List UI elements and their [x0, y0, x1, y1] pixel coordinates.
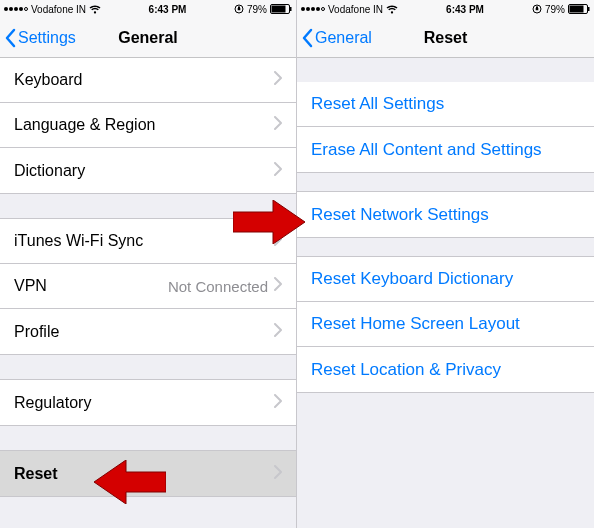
- row-label: Reset Keyboard Dictionary: [311, 269, 580, 289]
- content: Reset All Settings Erase All Content and…: [297, 58, 594, 528]
- back-button[interactable]: General: [297, 28, 372, 48]
- wifi-icon: [386, 5, 398, 14]
- row-label: VPN: [14, 277, 168, 295]
- wifi-icon: [89, 5, 101, 14]
- chevron-right-icon: [274, 277, 282, 295]
- row-dictionary[interactable]: Dictionary: [0, 148, 296, 193]
- signal-dots-icon: [4, 7, 28, 11]
- chevron-right-icon: [274, 323, 282, 341]
- row-regulatory[interactable]: Regulatory: [0, 380, 296, 425]
- svg-rect-6: [569, 6, 583, 13]
- back-button[interactable]: Settings: [0, 28, 76, 48]
- battery-icon: [568, 4, 590, 14]
- annotation-arrow-right-icon: [233, 200, 305, 244]
- time-label: 6:43 PM: [446, 4, 484, 15]
- chevron-right-icon: [274, 465, 282, 483]
- signal-dots-icon: [301, 7, 325, 11]
- back-label: General: [315, 29, 372, 47]
- chevron-left-icon: [4, 28, 16, 48]
- row-erase-all-content[interactable]: Erase All Content and Settings: [297, 127, 594, 172]
- chevron-right-icon: [274, 71, 282, 89]
- row-profile[interactable]: Profile: [0, 309, 296, 354]
- row-reset-all-settings[interactable]: Reset All Settings: [297, 82, 594, 127]
- carrier-label: Vodafone IN: [31, 4, 86, 15]
- content: Keyboard Language & Region Dictionary iT…: [0, 58, 296, 528]
- row-language-region[interactable]: Language & Region: [0, 103, 296, 148]
- nav-bar: Settings General: [0, 18, 296, 58]
- annotation-arrow-left-icon: [94, 460, 166, 504]
- battery-label: 79%: [247, 4, 267, 15]
- orientation-lock-icon: [234, 4, 244, 14]
- row-label: Keyboard: [14, 71, 274, 89]
- row-reset-home-screen[interactable]: Reset Home Screen Layout: [297, 302, 594, 347]
- back-label: Settings: [18, 29, 76, 47]
- chevron-right-icon: [274, 162, 282, 180]
- row-detail: Not Connected: [168, 278, 268, 295]
- row-vpn[interactable]: VPN Not Connected: [0, 264, 296, 309]
- row-label: Reset Network Settings: [311, 205, 580, 225]
- status-bar: Vodafone IN 6:43 PM 79%: [0, 0, 296, 18]
- time-label: 6:43 PM: [149, 4, 187, 15]
- row-reset-keyboard-dictionary[interactable]: Reset Keyboard Dictionary: [297, 257, 594, 302]
- svg-rect-7: [588, 7, 590, 11]
- row-label: Reset All Settings: [311, 94, 580, 114]
- status-bar: Vodafone IN 6:43 PM 79%: [297, 0, 594, 18]
- chevron-right-icon: [274, 394, 282, 412]
- chevron-left-icon: [301, 28, 313, 48]
- row-label: Regulatory: [14, 394, 274, 412]
- row-label: Reset Location & Privacy: [311, 360, 580, 380]
- row-reset-network-settings[interactable]: Reset Network Settings: [297, 192, 594, 237]
- chevron-right-icon: [274, 116, 282, 134]
- battery-icon: [270, 4, 292, 14]
- row-keyboard[interactable]: Keyboard: [0, 58, 296, 103]
- row-reset-location-privacy[interactable]: Reset Location & Privacy: [297, 347, 594, 392]
- carrier-label: Vodafone IN: [328, 4, 383, 15]
- nav-bar: General Reset: [297, 18, 594, 58]
- row-label: Profile: [14, 323, 274, 341]
- row-label: Language & Region: [14, 116, 274, 134]
- screen-general: Vodafone IN 6:43 PM 79% Settings General…: [0, 0, 297, 528]
- svg-rect-3: [290, 7, 292, 11]
- svg-rect-2: [271, 6, 285, 13]
- row-label: Erase All Content and Settings: [311, 140, 580, 160]
- row-label: Reset Home Screen Layout: [311, 314, 580, 334]
- screen-reset: Vodafone IN 6:43 PM 79% General Reset Re…: [297, 0, 594, 528]
- battery-label: 79%: [545, 4, 565, 15]
- orientation-lock-icon: [532, 4, 542, 14]
- row-label: Dictionary: [14, 162, 274, 180]
